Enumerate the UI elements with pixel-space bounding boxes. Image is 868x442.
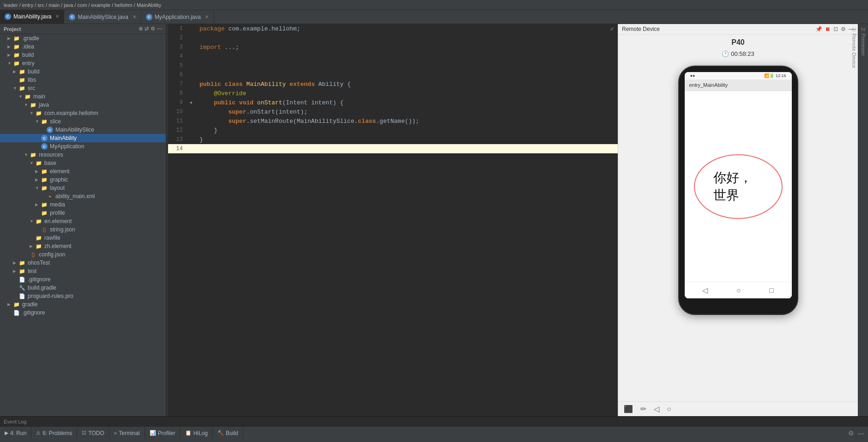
tree-item-label: gradle xyxy=(22,301,37,308)
tree-item-icon: 📁 xyxy=(30,102,37,108)
bottom-tab-bar: ▶4: Run⚠6: Problems☑TODO>Terminal📊Profil… xyxy=(0,426,868,439)
sidebar-close-icon[interactable]: — xyxy=(157,26,162,32)
phone-mockup: ●● 📶🔋 12:16 entry_MainAbility 你好，世界 ◁ ○ xyxy=(678,66,798,315)
sidebar-item-gitignore2-file[interactable]: 📄.gitignore xyxy=(0,309,166,317)
sidebar-item-rawfile-folder[interactable]: 📁rawfile xyxy=(0,234,166,242)
sidebar-item-mainability-file[interactable]: CMainAbility xyxy=(0,134,166,142)
sidebar-item-gitignore-file[interactable]: 📄.gitignore xyxy=(0,275,166,284)
sidebar-item-entry-build-folder[interactable]: ▶📁build xyxy=(0,67,166,76)
bottom-tab-build[interactable]: 🔨Build xyxy=(213,427,243,439)
home-nav-icon[interactable]: ○ xyxy=(736,286,741,295)
sidebar-sync-icon[interactable]: ⇄ xyxy=(145,26,149,32)
sidebar-item-ohostest-folder[interactable]: ▶📁ohosTest xyxy=(0,259,166,267)
sidebar-item-ability-main-xml[interactable]: 🔸ability_main.xml xyxy=(0,192,166,200)
line-number: 4 xyxy=(168,53,187,60)
check-mark-icon: ✓ xyxy=(610,25,618,33)
tree-item-label: .gradle xyxy=(22,35,39,42)
line-number: 9 xyxy=(168,99,187,106)
main-layout: Project ⊕ ⇄ ⚙ — ▶📁.gradle▶📁.idea▶📁build▼… xyxy=(0,24,868,416)
bottom-tab-4:-run[interactable]: ▶4: Run xyxy=(0,427,31,439)
tab-close-icon3[interactable]: ✕ xyxy=(205,14,209,19)
sidebar-item-slice-folder[interactable]: ▼📁slice xyxy=(0,117,166,126)
bottom-close-icon[interactable]: — xyxy=(858,430,864,437)
tree-item-icon: 📁 xyxy=(13,60,20,67)
sidebar-item-gradle2-folder[interactable]: ▶📁gradle xyxy=(0,300,166,309)
tree-item-icon: 📄 xyxy=(13,309,20,316)
sidebar-item-base-folder[interactable]: ▼📁base xyxy=(0,159,166,167)
sidebar-item-element-folder[interactable]: ▶📁element xyxy=(0,167,166,176)
phone-app-title: entry_MainAbility xyxy=(689,82,728,88)
sidebar-controls: ⊕ ⇄ ⚙ — xyxy=(139,26,162,32)
draw-icon[interactable]: ✏ xyxy=(640,405,646,413)
tree-item-icon: C xyxy=(41,143,48,150)
editor-content[interactable]: 1package com.example.hellohm;✓23import .… xyxy=(168,24,618,416)
bottom-tab-profiler[interactable]: 📊Profiler xyxy=(145,427,181,439)
tree-item-label: slice xyxy=(50,118,61,125)
tab-mainability[interactable]: C MainAbility.java ✕ xyxy=(0,10,64,24)
sidebar-item-config-json[interactable]: {}config.json xyxy=(0,250,166,259)
circle-icon[interactable]: ○ xyxy=(667,405,671,413)
bottom-tab-todo[interactable]: ☑TODO xyxy=(77,427,109,439)
bottom-tabs-container: ▶4: Run⚠6: Problems☑TODO>Terminal📊Profil… xyxy=(0,427,243,439)
sidebar-item-myapplication-file[interactable]: CMyApplication xyxy=(0,142,166,151)
sidebar-item-zh-element-folder[interactable]: ▶📁zh.element xyxy=(0,242,166,250)
sidebar-item-layout-folder[interactable]: ▼📁layout xyxy=(0,184,166,192)
sidebar-item-graphic-folder[interactable]: ▶📁graphic xyxy=(0,176,166,184)
tree-item-label: resources xyxy=(39,151,63,158)
previewer-strip-item[interactable]: 2: Previewer xyxy=(859,24,868,416)
sidebar-item-gradle-folder[interactable]: ▶📁.gradle xyxy=(0,34,166,42)
tab-myapplication[interactable]: C MyApplication.java ✕ xyxy=(141,10,214,24)
tree-item-icon: C xyxy=(46,127,54,133)
phone-statusbar: ●● 📶🔋 12:16 xyxy=(685,72,792,79)
bottom-tab-hilog[interactable]: 📋HiLog xyxy=(181,427,213,439)
sidebar-add-icon[interactable]: ⊕ xyxy=(139,26,143,32)
sidebar-item-media-folder[interactable]: ▶📁media xyxy=(0,200,166,209)
tab-mainabilityslice[interactable]: C MainAbilitySlice.java ✕ xyxy=(64,10,141,24)
remote-bottom-toolbar: ⬛ ✏ ◁ ○ xyxy=(618,401,858,416)
settings-icon[interactable]: ⚙ xyxy=(841,26,846,32)
sidebar-item-libs-folder[interactable]: 📁libs xyxy=(0,76,166,84)
code-line-3: 3import ...; xyxy=(168,42,618,52)
sidebar-item-test-folder[interactable]: ▶📁test xyxy=(0,267,166,275)
sidebar-item-build-gradle[interactable]: 🔧build.gradle xyxy=(0,284,166,292)
sidebar-item-en-element-folder[interactable]: ▼📁en.element xyxy=(0,217,166,225)
back-icon[interactable]: ◁ xyxy=(654,405,659,413)
code-line-12: 12 } xyxy=(168,126,618,135)
tree-arrow-icon: ▶ xyxy=(35,202,41,207)
sidebar-item-com-folder[interactable]: ▼📁com.example.hellohm xyxy=(0,109,166,117)
remote-device-strip-item[interactable]: 3: Remote Device xyxy=(850,24,859,416)
sidebar-item-build-folder[interactable]: ▶📁build xyxy=(0,51,166,59)
sidebar-item-main-folder[interactable]: ▼📁main xyxy=(0,92,166,101)
remote-panel-header: Remote Device 📌 ⏹ ⊡ ⚙ — xyxy=(618,24,858,35)
tree-arrow-icon: ▼ xyxy=(30,111,35,115)
sidebar-item-java-folder[interactable]: ▼📁java xyxy=(0,101,166,109)
tab-close-icon2[interactable]: ✕ xyxy=(133,14,136,19)
sidebar-item-proguard-file[interactable]: 📄proguard-rules.pro xyxy=(0,292,166,300)
sidebar-item-entry-folder[interactable]: ▼📁entry xyxy=(0,59,166,67)
sidebar-item-string-json[interactable]: {}string.json xyxy=(0,225,166,234)
screenshot-icon[interactable]: ⬛ xyxy=(624,405,633,413)
tree-arrow-icon: ▼ xyxy=(30,161,35,165)
sidebar-item-mainabilityslice-file[interactable]: CMainAbilitySlice xyxy=(0,126,166,134)
tree-item-icon: 📁 xyxy=(41,185,48,191)
sidebar-item-resources-folder[interactable]: ▼📁resources xyxy=(0,151,166,159)
tree-item-label: MainAbility xyxy=(50,135,77,141)
maximize-icon[interactable]: ⊡ xyxy=(833,26,838,32)
recent-nav-icon[interactable]: □ xyxy=(769,286,774,295)
bottom-tab-terminal[interactable]: >Terminal xyxy=(109,427,145,439)
tree-item-icon: {} xyxy=(30,251,37,258)
sidebar-settings-icon[interactable]: ⚙ xyxy=(151,26,155,32)
code-editor[interactable]: 1package com.example.hellohm;✓23import .… xyxy=(168,24,618,416)
sidebar-item-profile-folder[interactable]: 📁profile xyxy=(0,209,166,217)
tab-close-icon[interactable]: ✕ xyxy=(55,14,59,19)
bottom-settings-icon[interactable]: ⚙ xyxy=(848,430,854,437)
sidebar-item-idea-folder[interactable]: ▶📁.idea xyxy=(0,42,166,51)
tree-item-icon: 🔸 xyxy=(46,193,54,200)
record-icon[interactable]: ⏹ xyxy=(825,26,831,32)
code-line-14: 14 xyxy=(168,144,618,153)
tree-arrow-icon: ▼ xyxy=(18,94,24,99)
bottom-tab-6:-problems[interactable]: ⚠6: Problems xyxy=(31,427,77,439)
back-nav-icon[interactable]: ◁ xyxy=(702,286,708,295)
sidebar-item-src-folder[interactable]: ▼📁src xyxy=(0,84,166,92)
pin-icon[interactable]: 📌 xyxy=(815,26,822,32)
